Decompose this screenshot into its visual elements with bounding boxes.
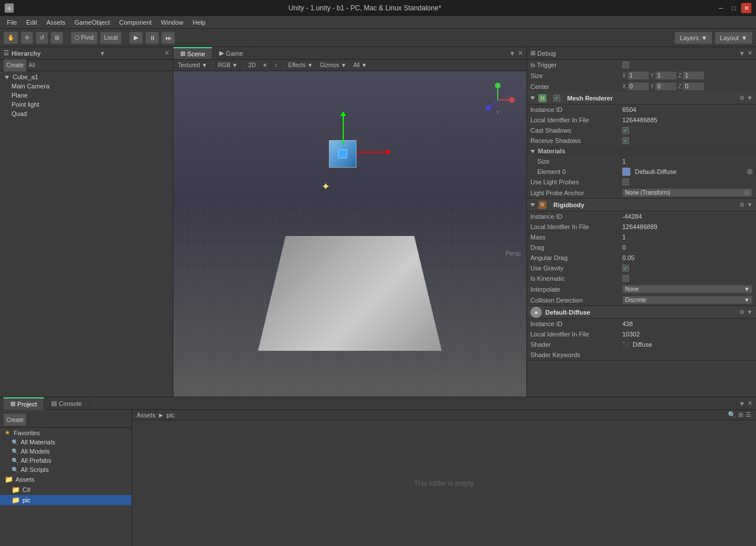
hierarchy-menu-button[interactable]: ▼ bbox=[99, 50, 106, 57]
inspector-menu-button[interactable]: ▼ bbox=[739, 50, 745, 57]
project-create-button[interactable]: Create bbox=[3, 413, 26, 426]
console-icon: ▤ bbox=[51, 400, 57, 407]
mesh-renderer-enabled-checkbox[interactable] bbox=[553, 95, 560, 102]
scene-close-button[interactable]: ✕ bbox=[518, 49, 523, 57]
size-x-input[interactable]: 1 bbox=[627, 71, 649, 80]
collision-detection-dropdown[interactable]: Discrete ▼ bbox=[622, 296, 753, 304]
step-button[interactable]: ⏭ bbox=[161, 32, 175, 44]
tree-all-models[interactable]: 🔍 All Models bbox=[0, 447, 131, 456]
game-tab[interactable]: ▶ Game bbox=[212, 47, 250, 59]
console-tab[interactable]: ▤ Console bbox=[44, 397, 89, 410]
scene-tab[interactable]: ⊞ Scene bbox=[173, 47, 212, 59]
scale-tool[interactable]: ⊞ bbox=[51, 32, 63, 44]
default-diffuse-menu-button[interactable]: ▼ bbox=[747, 309, 753, 315]
menu-bar: File Edit Assets GameObject Component Wi… bbox=[0, 16, 756, 29]
project-list-button[interactable]: ☰ bbox=[746, 411, 751, 419]
rotate-tool[interactable]: ↺ bbox=[36, 32, 48, 44]
tree-assets[interactable]: 📁 Assets bbox=[0, 474, 131, 485]
element0-picker-button[interactable] bbox=[747, 169, 753, 175]
rigidbody-local-id-row: Local Identfier In File 1264486889 bbox=[527, 222, 756, 232]
mesh-renderer-controls: ⚙ ▼ bbox=[739, 95, 753, 101]
project-tab[interactable]: ⊞ Project bbox=[3, 397, 44, 410]
hierarchy-item-maincamera[interactable]: Main Camera bbox=[0, 82, 173, 91]
project-tree: Create ★ Favorites 🔍 All Materials 🔍 All… bbox=[0, 410, 132, 546]
use-light-probes-checkbox[interactable] bbox=[622, 179, 629, 185]
hierarchy-item-plane[interactable]: Plane bbox=[0, 91, 173, 100]
rigidbody-settings-button[interactable]: ⚙ bbox=[739, 202, 745, 208]
scene-light-object[interactable]: ✦ bbox=[321, 180, 330, 193]
default-diffuse-header[interactable]: ● Default-Diffuse ⚙ ▼ bbox=[527, 306, 756, 319]
scene-sun-btn[interactable]: ☀ bbox=[260, 61, 270, 69]
tree-favorites[interactable]: ★ Favorites bbox=[0, 428, 131, 437]
x-axis-handle[interactable] bbox=[358, 149, 391, 155]
pivot-icon: ⬡ bbox=[75, 34, 80, 41]
rigidbody-menu-button[interactable]: ▼ bbox=[747, 202, 753, 208]
pivot-button[interactable]: ⬡ Pivot bbox=[71, 32, 98, 44]
center-y-input[interactable]: 0 bbox=[655, 82, 677, 91]
project-view-button[interactable]: ⊞ bbox=[738, 411, 743, 419]
menu-assets[interactable]: Assets bbox=[42, 18, 70, 27]
scene-all-btn[interactable]: All ▼ bbox=[351, 61, 370, 69]
rigidbody-header[interactable]: R Rigidbody ⚙ ▼ bbox=[527, 199, 756, 211]
interpolate-dropdown[interactable]: None ▼ bbox=[622, 285, 753, 293]
bottom-panel-menu-button[interactable]: ▼ bbox=[739, 400, 745, 407]
is-trigger-checkbox[interactable] bbox=[622, 61, 629, 68]
menu-file[interactable]: File bbox=[2, 18, 22, 27]
center-x-input[interactable]: 0 bbox=[627, 82, 649, 91]
hierarchy-item-cube[interactable]: Cube_a1 bbox=[0, 72, 173, 82]
mesh-renderer-menu-button[interactable]: ▼ bbox=[747, 95, 753, 101]
mesh-renderer-settings-button[interactable]: ⚙ bbox=[739, 95, 745, 101]
menu-window[interactable]: Window bbox=[156, 18, 188, 27]
local-button[interactable]: Local bbox=[100, 32, 122, 44]
shader-value: ⬛ Diffuse bbox=[622, 341, 753, 348]
bottom-panel-close-button[interactable]: ✕ bbox=[747, 400, 753, 407]
scene-rgb-btn[interactable]: RGB ▼ bbox=[216, 61, 240, 69]
receive-shadows-checkbox[interactable] bbox=[622, 137, 629, 144]
y-axis-handle[interactable] bbox=[340, 111, 346, 145]
light-probe-anchor-dropdown[interactable]: None (Transform) bbox=[622, 188, 753, 197]
maximize-button[interactable]: □ bbox=[728, 3, 739, 13]
scene-2d-btn[interactable]: 2D bbox=[246, 61, 258, 69]
cast-shadows-checkbox[interactable] bbox=[622, 127, 629, 134]
layers-dropdown[interactable]: Layers ▼ bbox=[674, 32, 712, 44]
scene-gizmos-btn[interactable]: Gizmos ▼ bbox=[317, 61, 349, 69]
is-kinematic-checkbox[interactable] bbox=[622, 275, 629, 282]
pause-button[interactable]: ⏸ bbox=[145, 32, 159, 44]
menu-edit[interactable]: Edit bbox=[22, 18, 42, 27]
size-y-input[interactable]: 1 bbox=[655, 71, 677, 80]
tree-all-prefabs[interactable]: 🔍 All Prefabs bbox=[0, 456, 131, 465]
scene-textured-btn[interactable]: Textured ▼ bbox=[176, 61, 210, 69]
move-tool[interactable]: ✛ bbox=[21, 32, 33, 44]
center-z-input[interactable]: 0 bbox=[683, 82, 704, 91]
minimize-button[interactable]: ─ bbox=[716, 3, 726, 13]
close-button[interactable]: ✕ bbox=[741, 3, 751, 13]
bottom-panel: ⊞ Project ▤ Console ▼ ✕ Create bbox=[0, 397, 756, 546]
tree-pic[interactable]: 📁 pic bbox=[0, 495, 131, 505]
window-title: Unity - 1.unity - b1 - PC, Mac & Linux S… bbox=[14, 4, 716, 12]
hierarchy-close-button[interactable]: ✕ bbox=[164, 49, 169, 57]
scene-audio-btn[interactable]: ↕ bbox=[272, 61, 280, 69]
inspector-close-button[interactable]: ✕ bbox=[747, 49, 753, 57]
default-diffuse-settings-button[interactable]: ⚙ bbox=[739, 309, 745, 315]
light-probe-anchor-picker[interactable] bbox=[744, 190, 750, 196]
size-z-input[interactable]: 1 bbox=[683, 71, 704, 80]
tree-csharp[interactable]: 📁 C# bbox=[0, 485, 131, 495]
scene-viewport[interactable]: Y Persp ✦ bbox=[173, 71, 526, 397]
project-search-icon[interactable]: 🔍 bbox=[728, 411, 736, 419]
use-gravity-checkbox[interactable] bbox=[622, 265, 629, 272]
hierarchy-item-quad[interactable]: Quad bbox=[0, 109, 173, 118]
tree-all-scripts[interactable]: 🔍 All Scripts bbox=[0, 465, 131, 474]
menu-help[interactable]: Help bbox=[188, 18, 210, 27]
scene-menu-button[interactable]: ▼ bbox=[509, 50, 515, 57]
layout-dropdown[interactable]: Layout ▼ bbox=[715, 32, 753, 44]
hierarchy-item-pointlight[interactable]: Point light bbox=[0, 100, 173, 109]
menu-gameobject[interactable]: GameObject bbox=[70, 18, 115, 27]
hand-tool[interactable]: ✋ bbox=[3, 32, 18, 44]
all-materials-search-icon: 🔍 bbox=[11, 439, 18, 446]
menu-component[interactable]: Component bbox=[114, 18, 156, 27]
mesh-renderer-header[interactable]: M Mesh Renderer ⚙ ▼ bbox=[527, 92, 756, 104]
play-button[interactable]: ▶ bbox=[129, 32, 143, 44]
tree-all-materials[interactable]: 🔍 All Materials bbox=[0, 437, 131, 447]
scene-effects-btn[interactable]: Effects ▼ bbox=[286, 61, 315, 69]
hierarchy-create-button[interactable]: Create bbox=[3, 59, 26, 72]
